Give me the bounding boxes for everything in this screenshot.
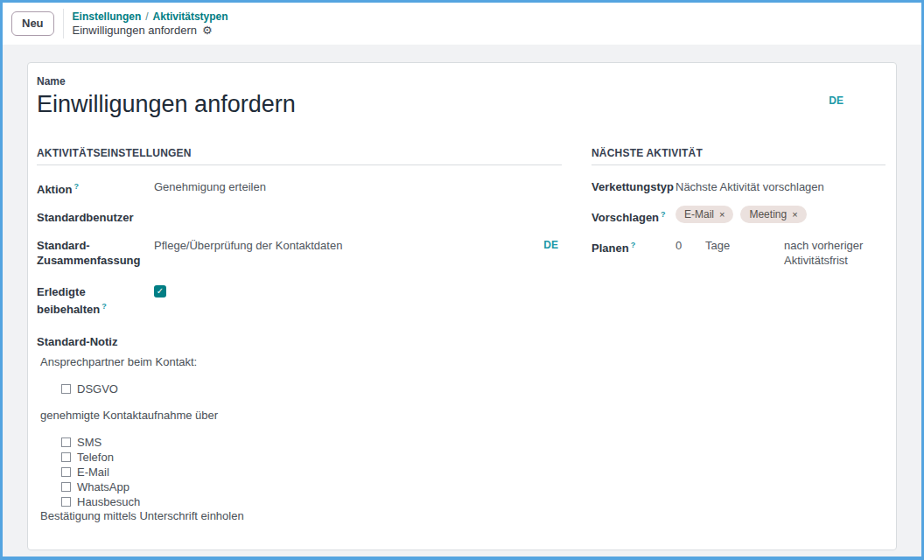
hausbesuch-checkbox-label: Hausbesuch [77, 494, 140, 509]
breadcrumb-current-label: Einwilligungen anfordern [73, 24, 197, 37]
note-check-telefon: Telefon [61, 450, 562, 465]
form-card: Name Einwilligungen anfordern DE AKTIVIT… [27, 62, 897, 550]
breadcrumb: Einstellungen / Aktivitätstypen Einwilli… [73, 10, 228, 37]
gear-icon[interactable]: ⚙ [202, 24, 213, 37]
default-user-label: Standardbenutzer [37, 210, 154, 225]
note-check-hausbesuch: Hausbesuch [61, 494, 562, 509]
whatsapp-checkbox-icon [61, 482, 71, 492]
page-background: Name Einwilligungen anfordern DE AKTIVIT… [3, 62, 921, 560]
record-title-input[interactable]: Einwilligungen anfordern [37, 89, 296, 119]
breadcrumb-separator: / [145, 10, 148, 23]
summary-row: Standard-Zusammenfassung Pflege/Überprüf… [37, 238, 562, 268]
chaining-select[interactable]: Nächste Aktivität vorschlagen [676, 179, 886, 194]
note-field-label: Standard-Notiz [37, 335, 562, 348]
schedule-label: Planen? [592, 238, 676, 268]
note-intro: Ansprechpartner beim Kontakt: [40, 355, 562, 369]
tag-email[interactable]: E-Mail × [676, 206, 733, 223]
suggest-label: Vorschlagen? [592, 207, 676, 225]
activity-settings-header: AKTIVITÄTSEINSTELLUNGEN [37, 147, 562, 165]
summary-input[interactable]: Pflege/Überprüfung der Kontaktdaten [154, 238, 342, 253]
schedule-suffix-select[interactable]: nach vorheriger Aktivitätsfrist [784, 238, 886, 268]
breadcrumb-divider [63, 9, 64, 38]
breadcrumb-bar: Neu Einstellungen / Aktivitätstypen Einw… [3, 3, 921, 45]
action-select[interactable]: Genehmigung erteilen [154, 179, 562, 197]
next-activity-header: NÄCHSTE AKTIVITÄT [592, 147, 886, 165]
schedule-help-icon[interactable]: ? [631, 241, 636, 249]
tag-meeting-remove-icon[interactable]: × [792, 208, 797, 220]
keep-done-help-icon[interactable]: ? [102, 302, 107, 311]
tag-email-remove-icon[interactable]: × [719, 208, 724, 220]
keep-done-row: Erledigte beibehalten? ✓ [37, 284, 562, 317]
note-check-dsgvo: DSGVO [61, 382, 562, 396]
tag-meeting[interactable]: Meeting × [740, 206, 806, 223]
app-window: Neu Einstellungen / Aktivitätstypen Einw… [0, 0, 924, 560]
summary-input-wrap: Pflege/Überprüfung der Kontaktdaten DE [154, 238, 562, 268]
keep-done-checkbox[interactable]: ✓ [154, 285, 166, 298]
summary-translate-badge[interactable]: DE [543, 238, 562, 253]
note-footer: Bestätigung mittels Unterschrift einhole… [40, 509, 562, 523]
title-row: Einwilligungen anfordern DE [37, 89, 887, 119]
tag-email-label: E-Mail [684, 208, 714, 220]
summary-label: Standard-Zusammenfassung [37, 238, 154, 268]
whatsapp-checkbox-label: WhatsApp [77, 480, 130, 494]
suggest-help-icon[interactable]: ? [661, 210, 666, 219]
action-row: Aktion? Genehmigung erteilen [37, 179, 562, 197]
telefon-checkbox-label: Telefon [77, 450, 114, 465]
note-line2: genehmigte Kontaktaufnahme über [40, 409, 562, 423]
note-check-email: E-Mail [61, 465, 562, 480]
note-check-whatsapp: WhatsApp [61, 480, 562, 494]
keep-done-label: Erledigte beibehalten? [37, 284, 154, 317]
note-check-sms: SMS [61, 435, 562, 450]
action-label: Aktion? [37, 179, 154, 197]
breadcrumb-links: Einstellungen / Aktivitätstypen [73, 10, 228, 23]
name-field-label: Name [37, 75, 887, 88]
dsgvo-checkbox-label: DSGVO [77, 382, 118, 396]
suggest-row: Vorschlagen? E-Mail × Meeting × [592, 207, 886, 225]
breadcrumb-link-aktivitaetstypen[interactable]: Aktivitätstypen [153, 10, 228, 23]
default-user-input[interactable] [154, 210, 562, 225]
breadcrumb-current: Einwilligungen anfordern ⚙ [73, 24, 228, 37]
chaining-row: Verkettungstyp Nächste Aktivität vorschl… [592, 179, 886, 194]
tag-meeting-label: Meeting [749, 208, 787, 220]
keep-done-checkbox-wrap: ✓ [154, 284, 562, 317]
email-checkbox-icon [61, 467, 71, 477]
hausbesuch-checkbox-icon [61, 497, 71, 507]
telefon-checkbox-icon [61, 452, 71, 462]
keep-done-label-text: Erledigte beibehalten [37, 285, 100, 316]
schedule-value-wrap: 0 Tage nach vorheriger Aktivitätsfrist [676, 238, 886, 268]
sms-checkbox-label: SMS [77, 435, 102, 450]
email-checkbox-label: E-Mail [77, 465, 109, 480]
sms-checkbox-icon [61, 438, 71, 447]
suggest-tags-field[interactable]: E-Mail × Meeting × [676, 207, 886, 225]
schedule-row: Planen? 0 Tage nach vorheriger Aktivität… [592, 238, 886, 268]
schedule-unit-select[interactable]: Tage [705, 238, 758, 253]
breadcrumb-link-einstellungen[interactable]: Einstellungen [73, 10, 142, 23]
tag-list: E-Mail × Meeting × [676, 206, 807, 223]
note-editor[interactable]: Ansprechpartner beim Kontakt: DSGVO gene… [37, 355, 562, 523]
schedule-label-text: Planen [592, 242, 629, 256]
suggest-label-text: Vorschlagen [592, 211, 659, 224]
dsgvo-checkbox-icon [61, 384, 71, 394]
chaining-label: Verkettungstyp [592, 179, 676, 194]
new-button[interactable]: Neu [11, 11, 54, 36]
title-translate-badge[interactable]: DE [829, 94, 844, 107]
next-activity-group: NÄCHSTE AKTIVITÄT Verkettungstyp Nächste… [592, 147, 886, 523]
action-label-text: Aktion [37, 183, 72, 196]
form-groups: AKTIVITÄTSEINSTELLUNGEN Aktion? Genehmig… [37, 147, 887, 523]
activity-settings-group: AKTIVITÄTSEINSTELLUNGEN Aktion? Genehmig… [37, 147, 562, 523]
schedule-number-input[interactable]: 0 [676, 238, 702, 253]
action-help-icon[interactable]: ? [74, 182, 79, 191]
default-user-row: Standardbenutzer [37, 210, 562, 225]
